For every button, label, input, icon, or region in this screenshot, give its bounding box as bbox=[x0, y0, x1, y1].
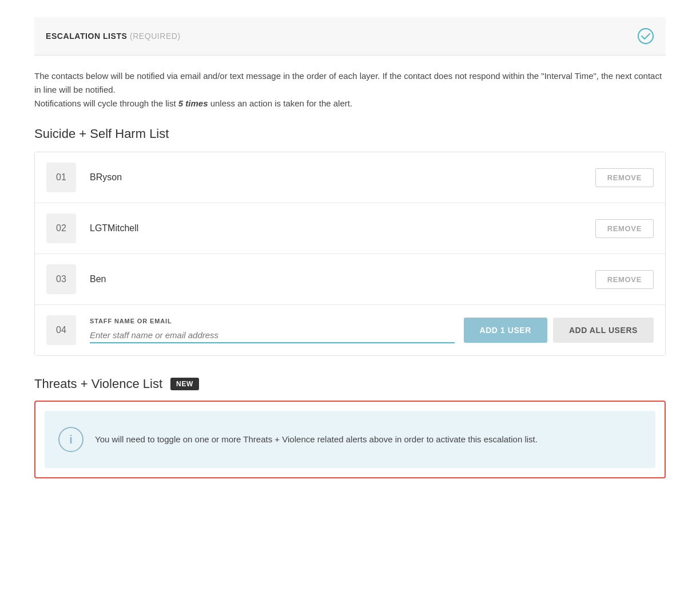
suicide-escalation-table: 01 BRyson REMOVE 02 LGTMitchell REMOVE 0… bbox=[34, 152, 666, 356]
section-title-text: ESCALATION LISTS bbox=[46, 31, 127, 41]
staff-name-input[interactable] bbox=[90, 328, 455, 343]
threats-info-box: i You will need to toggle on one or more… bbox=[45, 411, 655, 468]
add-user-row: 04 STAFF NAME OR EMAIL ADD 1 USER ADD AL… bbox=[35, 305, 665, 355]
new-badge: NEW bbox=[170, 378, 199, 390]
description-p1: The contacts below will be notified via … bbox=[34, 71, 662, 94]
section-title: ESCALATION LISTS (REQUIRED) bbox=[46, 31, 181, 41]
svg-point-0 bbox=[638, 29, 653, 43]
row-name-02: LGTMitchell bbox=[90, 223, 595, 233]
table-row: 02 LGTMitchell REMOVE bbox=[35, 203, 665, 254]
add-user-button[interactable]: ADD 1 USER bbox=[464, 318, 547, 343]
remove-button-01[interactable]: REMOVE bbox=[595, 168, 654, 187]
add-row-content: STAFF NAME OR EMAIL bbox=[90, 318, 455, 343]
section-required-label: (REQUIRED) bbox=[130, 31, 181, 41]
description-em: 5 times bbox=[178, 98, 208, 108]
row-number-03: 03 bbox=[46, 264, 76, 294]
info-icon: i bbox=[58, 427, 83, 452]
description-p3: unless an action is taken for the alert. bbox=[208, 98, 352, 108]
staff-name-label: STAFF NAME OR EMAIL bbox=[90, 318, 455, 324]
page-wrapper: ESCALATION LISTS (REQUIRED) The contacts… bbox=[0, 0, 700, 602]
row-number-02: 02 bbox=[46, 213, 76, 243]
add-all-users-button[interactable]: ADD ALL USERS bbox=[553, 318, 654, 343]
table-row: 03 Ben REMOVE bbox=[35, 254, 665, 305]
table-row: 01 BRyson REMOVE bbox=[35, 152, 665, 203]
description-p2: Notifications will cycle through the lis… bbox=[34, 98, 178, 108]
threats-list-title: Threats + Violence List bbox=[34, 377, 162, 391]
row-name-01: BRyson bbox=[90, 172, 595, 183]
row-number-04: 04 bbox=[46, 315, 76, 345]
remove-button-02[interactable]: REMOVE bbox=[595, 219, 654, 238]
threats-section: Threats + Violence List NEW i You will n… bbox=[34, 377, 666, 478]
check-circle-icon bbox=[637, 27, 654, 45]
threats-header: Threats + Violence List NEW bbox=[34, 377, 666, 391]
row-name-03: Ben bbox=[90, 274, 595, 284]
section-header: ESCALATION LISTS (REQUIRED) bbox=[34, 17, 666, 56]
threats-info-text: You will need to toggle on one or more T… bbox=[95, 433, 538, 446]
row-number-01: 01 bbox=[46, 163, 76, 192]
threats-info-box-wrapper: i You will need to toggle on one or more… bbox=[34, 401, 666, 478]
info-icon-label: i bbox=[69, 433, 73, 446]
suicide-list-title: Suicide + Self Harm List bbox=[34, 126, 666, 141]
description: The contacts below will be notified via … bbox=[34, 69, 666, 110]
remove-button-03[interactable]: REMOVE bbox=[595, 270, 654, 289]
